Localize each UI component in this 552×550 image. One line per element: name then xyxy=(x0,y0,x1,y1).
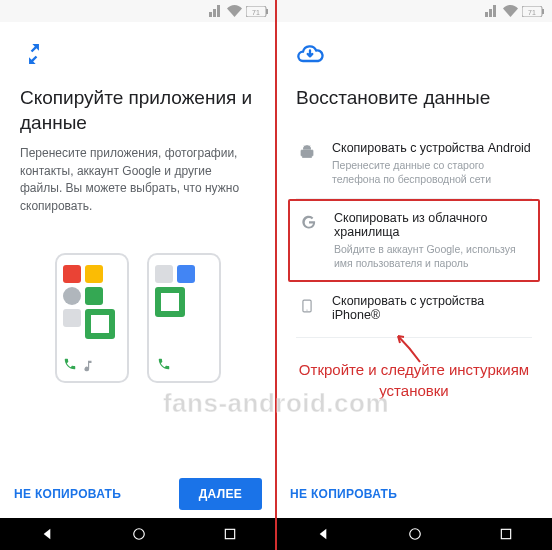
nav-home-icon[interactable] xyxy=(132,527,146,541)
google-g-icon xyxy=(298,211,320,231)
cloud-download-icon xyxy=(296,40,532,72)
svg-text:71: 71 xyxy=(528,8,536,15)
annotation-text: Откройте и следуйте инстуркиям установки xyxy=(296,360,532,401)
option-android-device[interactable]: Скопировать с устройства Android Перенес… xyxy=(296,129,532,199)
phone-left xyxy=(55,253,129,383)
content-area: Скопируйте приложения и данные Перенесит… xyxy=(0,22,276,470)
transfer-arrows-icon xyxy=(20,40,256,72)
status-bar: 71 xyxy=(276,0,552,22)
nav-back-icon[interactable] xyxy=(315,526,331,542)
nav-home-icon[interactable] xyxy=(408,527,422,541)
battery-icon: 71 xyxy=(522,6,544,17)
option-subtitle: Войдите в аккаунт Google, используя имя … xyxy=(334,242,530,270)
bottom-actions: НЕ КОПИРОВАТЬ xyxy=(276,470,552,518)
android-nav-bar xyxy=(276,518,552,550)
status-bar: 71 xyxy=(0,0,276,22)
android-nav-bar xyxy=(0,518,276,550)
page-title: Восстановите данные xyxy=(296,86,532,111)
page-title: Скопируйте приложения и данные xyxy=(20,86,256,135)
phones-illustration xyxy=(20,253,256,383)
wifi-icon xyxy=(503,5,518,17)
skip-button[interactable]: НЕ КОПИРОВАТЬ xyxy=(290,487,397,501)
iphone-icon xyxy=(296,294,318,316)
option-title: Скопировать с устройства Android xyxy=(332,141,532,155)
svg-point-3 xyxy=(134,529,145,540)
screen-restore-data: 71 Восстановите данные Скопировать с уст… xyxy=(276,0,552,550)
svg-rect-4 xyxy=(226,529,235,538)
screens-divider xyxy=(275,0,277,550)
svg-point-10 xyxy=(410,529,421,540)
svg-rect-11 xyxy=(502,529,511,538)
signal-icon xyxy=(485,5,499,17)
option-title: Скопировать с устройства iPhone® xyxy=(332,294,532,322)
svg-point-9 xyxy=(306,310,307,311)
option-subtitle: Перенесите данные со старого телефона по… xyxy=(332,158,532,186)
screen-copy-apps: 71 Скопируйте приложения и данные Перене… xyxy=(0,0,276,550)
option-title: Скопировать из облачного хранилища xyxy=(334,211,530,239)
battery-icon: 71 xyxy=(246,6,268,17)
signal-icon xyxy=(209,5,223,17)
skip-button[interactable]: НЕ КОПИРОВАТЬ xyxy=(14,487,121,501)
bottom-actions: НЕ КОПИРОВАТЬ ДАЛЕЕ xyxy=(0,470,276,518)
svg-text:71: 71 xyxy=(252,8,260,15)
next-button[interactable]: ДАЛЕЕ xyxy=(179,478,262,510)
android-icon xyxy=(296,141,318,163)
svg-rect-6 xyxy=(542,9,544,14)
option-cloud-backup[interactable]: Скопировать из облачного хранилища Войди… xyxy=(288,199,540,282)
phone-right xyxy=(147,253,221,383)
nav-recent-icon[interactable] xyxy=(223,527,237,541)
nav-back-icon[interactable] xyxy=(39,526,55,542)
annotation-arrow-icon xyxy=(390,330,430,364)
page-subtitle: Перенесите приложения, фотографии, конта… xyxy=(20,145,256,215)
wifi-icon xyxy=(227,5,242,17)
nav-recent-icon[interactable] xyxy=(499,527,513,541)
svg-rect-1 xyxy=(266,9,268,14)
content-area: Восстановите данные Скопировать с устрой… xyxy=(276,22,552,470)
